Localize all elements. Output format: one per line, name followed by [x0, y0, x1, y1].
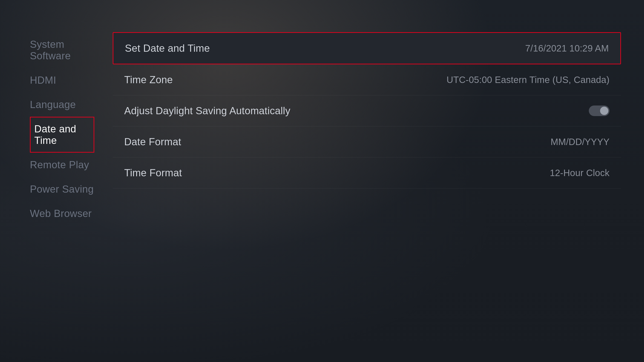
setting-value: 7/16/2021 10:29 AM	[525, 43, 609, 53]
setting-row-time-format[interactable]: Time Format12-Hour Clock	[113, 157, 621, 188]
sidebar-item-label: Language	[30, 99, 76, 110]
settings-list: Set Date and Time7/16/2021 10:29 AMTime …	[113, 32, 621, 188]
sidebar-item-label: Power Saving	[30, 183, 94, 195]
sidebar-item-remote-play[interactable]: Remote Play	[30, 153, 99, 177]
setting-label: Date Format	[124, 136, 181, 148]
sidebar-item-hdmi[interactable]: HDMI	[30, 68, 99, 92]
setting-label: Time Format	[124, 167, 182, 179]
sidebar-item-label: HDMI	[30, 74, 56, 86]
sidebar-item-label: System Software	[30, 39, 71, 61]
setting-row-date-format[interactable]: Date FormatMM/DD/YYYY	[113, 126, 621, 157]
toggle-switch-adjust-daylight-saving[interactable]	[589, 105, 610, 116]
setting-value: 12-Hour Clock	[550, 168, 610, 178]
setting-row-time-zone[interactable]: Time ZoneUTC-05:00 Eastern Time (US, Can…	[113, 64, 621, 95]
sidebar-item-language[interactable]: Language	[30, 92, 99, 117]
sidebar-item-power-saving[interactable]: Power Saving	[30, 177, 99, 201]
sidebar: System SoftwareHDMILanguageDate and Time…	[0, 32, 99, 226]
content-area: System SoftwareHDMILanguageDate and Time…	[0, 32, 644, 348]
setting-value: UTC-05:00 Eastern Time (US, Canada)	[446, 75, 610, 85]
setting-label: Adjust Daylight Saving Automatically	[124, 105, 290, 116]
sidebar-item-label: Web Browser	[30, 208, 92, 219]
sidebar-item-system-software[interactable]: System Software	[30, 32, 99, 68]
setting-value: MM/DD/YYYY	[550, 137, 610, 147]
sidebar-item-label: Remote Play	[30, 159, 89, 170]
toggle-knob	[600, 107, 608, 115]
sidebar-item-label: Date and Time	[34, 123, 76, 146]
setting-row-adjust-daylight-saving[interactable]: Adjust Daylight Saving Automatically	[113, 95, 621, 126]
setting-row-set-date-time[interactable]: Set Date and Time7/16/2021 10:29 AM	[113, 32, 621, 64]
main-content: Set Date and Time7/16/2021 10:29 AMTime …	[99, 32, 644, 188]
sidebar-item-date-and-time[interactable]: Date and Time	[30, 117, 94, 153]
setting-label: Time Zone	[124, 74, 173, 85]
setting-label: Set Date and Time	[125, 42, 210, 54]
page-container: System SoftwareHDMILanguageDate and Time…	[0, 0, 644, 362]
sidebar-item-web-browser[interactable]: Web Browser	[30, 201, 99, 226]
